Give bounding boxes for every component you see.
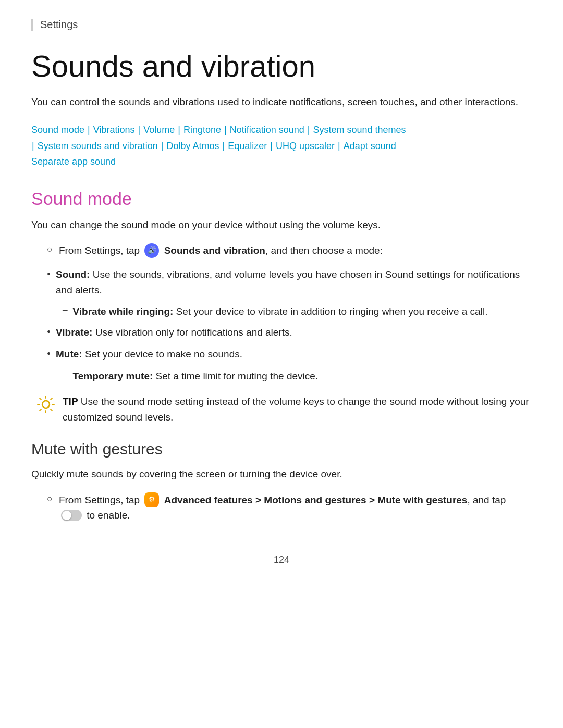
circle-bullet-icon-2: ○ [47, 493, 53, 504]
tip-content: Use the sound mode setting instead of th… [63, 396, 529, 422]
mute-gestures-description: Quickly mute sounds by covering the scre… [31, 466, 532, 482]
sound-option-text: Sound: Use the sounds, vibrations, and v… [56, 267, 532, 298]
advanced-features-bold: Advanced features > Motions and gestures… [164, 495, 468, 505]
mute-option-item: • Mute: Set your device to make no sound… [31, 347, 532, 362]
toggle-switch[interactable] [61, 510, 82, 521]
nav-link-notification-sound[interactable]: Notification sound [230, 125, 304, 135]
advanced-features-icon [144, 492, 159, 507]
temp-mute-list: – Temporary mute: Set a time limit for m… [31, 368, 532, 384]
settings-bullet-item: ○ From Settings, tap Sounds and vibratio… [31, 243, 532, 258]
settings-instruction: From Settings, tap Sounds and vibration,… [59, 243, 383, 258]
mute-suffix: , and tap [467, 495, 506, 505]
sound-term: Sound: [56, 269, 90, 280]
nav-link-system-sounds[interactable]: System sounds and vibration [38, 141, 158, 151]
sep-5: | [305, 125, 313, 135]
from-settings-list: ○ From Settings, tap Sounds and vibratio… [31, 243, 532, 258]
mute-settings-bullet-item: ○ From Settings, tap Advanced features >… [31, 492, 532, 523]
vibrate-option-text: Vibrate: Use vibration only for notifica… [56, 325, 292, 340]
nav-link-system-sound-themes[interactable]: System sound themes [313, 125, 406, 135]
mute-gestures-title: Mute with gestures [31, 440, 532, 458]
sep-8: | [220, 141, 228, 151]
sep-4: | [222, 125, 229, 135]
mute-option-text: Mute: Set your device to make no sounds. [56, 347, 242, 362]
nav-link-dolby[interactable]: Dolby Atmos [167, 141, 219, 151]
sep-1: | [85, 125, 93, 135]
dot-bullet-1: • [47, 266, 51, 282]
dot-bullet-3: • [47, 346, 51, 362]
vibrate-option-item: • Vibrate: Use vibration only for notifi… [31, 325, 532, 340]
dash-1: – [63, 304, 68, 315]
tip-box: TIP Use the sound mode setting instead o… [31, 394, 532, 425]
vibrate-ringing-list: – Vibrate while ringing: Set your device… [31, 304, 532, 319]
tip-sun-icon [36, 395, 55, 414]
sound-mode-title: Sound mode [31, 189, 532, 209]
svg-line-6 [51, 409, 52, 411]
vibrate-ringing-desc: Set your device to vibrate in addition t… [173, 306, 487, 317]
breadcrumb-text: Settings [40, 19, 78, 30]
circle-bullet-icon: ○ [47, 244, 53, 255]
sep-3: | [175, 125, 183, 135]
svg-line-8 [40, 409, 41, 411]
sound-mode-description: You can change the sound mode on your de… [31, 217, 532, 232]
sep-2: | [135, 125, 143, 135]
dash-2: – [63, 368, 68, 380]
intro-suffix: , and then choose a mode: [265, 245, 383, 256]
vibrate-text: Use vibration only for notifications and… [92, 327, 292, 338]
sounds-vibration-bold: Sounds and vibration [164, 245, 265, 256]
from-settings-text: From Settings, tap [59, 245, 140, 256]
sep-6: | [32, 141, 37, 151]
sep-10: | [335, 141, 343, 151]
mute-from-settings-text: From Settings, tap [59, 495, 140, 505]
tip-text: TIP Use the sound mode setting instead o… [63, 394, 532, 425]
page-description: You can control the sounds and vibration… [31, 94, 532, 109]
page-number: 124 [31, 554, 532, 565]
svg-line-5 [40, 398, 41, 400]
sound-settings-icon [144, 243, 159, 258]
temp-mute-text: Temporary mute: Set a time limit for mut… [73, 368, 319, 384]
temp-mute-item: – Temporary mute: Set a time limit for m… [31, 368, 532, 384]
svg-line-7 [51, 398, 52, 400]
nav-link-adapt[interactable]: Adapt sound [344, 141, 396, 151]
vibrate-ringing-item: – Vibrate while ringing: Set your device… [31, 304, 532, 319]
mute-text: Set your device to make no sounds. [82, 349, 242, 360]
sep-7: | [158, 141, 166, 151]
mute-settings-instruction: From Settings, tap Advanced features > M… [59, 492, 532, 523]
dot-bullet-2: • [47, 324, 51, 340]
page-title: Sounds and vibration [31, 50, 532, 83]
vibrate-ringing-term: Vibrate while ringing: [73, 306, 174, 317]
svg-point-0 [42, 401, 50, 408]
vibrate-term: Vibrate: [56, 327, 92, 338]
tip-label: TIP [63, 396, 78, 407]
mute-gestures-list: ○ From Settings, tap Advanced features >… [31, 492, 532, 523]
page-container: Settings Sounds and vibration You can co… [0, 0, 563, 728]
nav-links: Sound mode | Vibrations | Volume | Ringt… [31, 122, 532, 170]
mute-term: Mute: [56, 349, 82, 360]
breadcrumb: Settings [31, 19, 532, 31]
nav-link-uhq[interactable]: UHQ upscaler [276, 141, 335, 151]
nav-link-sound-mode[interactable]: Sound mode [31, 125, 84, 135]
tip-icon [36, 395, 55, 414]
nav-link-vibrations[interactable]: Vibrations [93, 125, 135, 135]
nav-link-ringtone[interactable]: Ringtone [183, 125, 221, 135]
sound-text: Use the sounds, vibrations, and volume l… [56, 269, 520, 295]
vibrate-ringing-text: Vibrate while ringing: Set your device t… [73, 304, 488, 319]
sep-9: | [267, 141, 275, 151]
nav-link-volume[interactable]: Volume [143, 125, 175, 135]
sound-option-item: • Sound: Use the sounds, vibrations, and… [31, 267, 532, 298]
nav-link-equalizer[interactable]: Equalizer [228, 141, 267, 151]
nav-link-separate-app[interactable]: Separate app sound [31, 156, 116, 167]
temp-mute-desc: Set a time limit for muting the device. [153, 371, 318, 381]
mute-suffix2: to enable. [87, 510, 130, 521]
sound-options-list: • Sound: Use the sounds, vibrations, and… [31, 267, 532, 384]
temp-mute-term: Temporary mute: [73, 371, 153, 381]
